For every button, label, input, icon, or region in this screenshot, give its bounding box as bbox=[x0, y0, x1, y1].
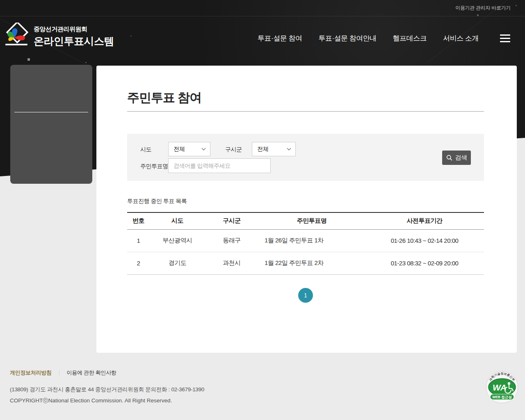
pagination-page-1[interactable]: 1 bbox=[298, 288, 313, 303]
nav-item-vote-survey-participate[interactable]: 투표·설문 참여 bbox=[258, 34, 302, 43]
cell-gusigun: 과천시 bbox=[205, 252, 258, 274]
cell-vote-name: 1월 22일 주민투표 2차 bbox=[258, 252, 365, 274]
main-nav: 투표·설문 참여 투표·설문 참여안내 헬프데스크 서비스 소개 bbox=[258, 16, 525, 60]
site-header: 중앙선거관리위원회 온라인투표시스템 투표·설문 참여 투표·설문 참여안내 헬… bbox=[0, 16, 525, 60]
search-button-label: 검색 bbox=[455, 154, 467, 162]
nec-logo-icon bbox=[3, 23, 31, 50]
cell-early-voting-period: 01-23 08:32 ~ 02-09 20:00 bbox=[365, 252, 484, 274]
footer-links-divider bbox=[59, 370, 59, 375]
col-header-sido: 시도 bbox=[150, 212, 205, 229]
cell-number: 2 bbox=[127, 252, 150, 274]
cell-sido: 부산광역시 bbox=[150, 229, 205, 252]
search-button[interactable]: 검색 bbox=[442, 151, 471, 165]
main-card: 주민투표 참여 시도 전체 구시군 전체 주민투표명 검색 투표진행 중인 투표… bbox=[96, 66, 517, 353]
chevron-down-icon bbox=[202, 146, 206, 151]
site-name: 온라인투표시스템 bbox=[34, 34, 114, 48]
cell-early-voting-period: 01-26 10:43 ~ 02-14 20:00 bbox=[365, 229, 484, 252]
cell-vote-name: 1월 26일 주민투표 1차 bbox=[258, 229, 365, 252]
col-header-number: 번호 bbox=[127, 212, 150, 229]
table-row: 2 경기도 과천시 1월 22일 주민투표 2차 01-23 08:32 ~ 0… bbox=[127, 252, 484, 274]
sido-select-value: 전체 bbox=[173, 146, 185, 153]
topbar: 이용기관 관리자 바로가기 bbox=[0, 0, 525, 16]
badge-wa-text: WA bbox=[493, 383, 507, 392]
cell-number: 1 bbox=[127, 229, 150, 252]
sido-select[interactable]: 전체 bbox=[168, 142, 210, 156]
badge-banner-text: WEB 접근성 bbox=[492, 395, 512, 399]
nav-item-service-intro[interactable]: 서비스 소개 bbox=[443, 34, 479, 43]
vote-name-search-input[interactable] bbox=[168, 158, 271, 173]
footer-address: (13809) 경기도 과천시 홍촌말로 44 중앙선거관리위원회 문의전화 :… bbox=[10, 386, 204, 393]
gusigun-select[interactable]: 전체 bbox=[252, 142, 296, 156]
sidebar-divider bbox=[14, 112, 88, 112]
search-panel: 시도 전체 구시군 전체 주민투표명 검색 bbox=[127, 134, 484, 181]
nav-item-vote-survey-guide[interactable]: 투표·설문 참여안내 bbox=[318, 34, 376, 43]
usage-confirmation-link[interactable]: 이용에 관한 확인사항 bbox=[67, 369, 116, 377]
hamburger-icon bbox=[500, 34, 510, 36]
privacy-policy-link[interactable]: 개인정보처리방침 bbox=[10, 369, 52, 377]
chevron-down-icon bbox=[287, 146, 291, 151]
page-title: 주민투표 참여 bbox=[127, 89, 201, 106]
logo[interactable]: 중앙선거관리위원회 온라인투표시스템 bbox=[3, 23, 114, 50]
col-header-vote-name: 주민투표명 bbox=[258, 212, 365, 229]
cell-gusigun: 동래구 bbox=[205, 229, 258, 252]
logo-text: 중앙선거관리위원회 온라인투표시스템 bbox=[34, 25, 114, 48]
sido-label: 시도 bbox=[140, 146, 151, 153]
title-divider bbox=[127, 111, 484, 112]
col-header-gusigun: 구시군 bbox=[205, 212, 258, 229]
col-header-early-voting-period: 사전투표기간 bbox=[365, 212, 484, 229]
table-header-row: 번호 시도 구시군 주민투표명 사전투표기간 bbox=[127, 212, 484, 229]
vote-name-label: 주민투표명 bbox=[140, 163, 168, 170]
cell-sido: 경기도 bbox=[150, 252, 205, 274]
web-accessibility-badge: 과학기술정보통신부 WA WEB 접근성 bbox=[483, 370, 521, 405]
sidebar-placeholder bbox=[10, 65, 92, 184]
gusigun-label: 구시군 bbox=[225, 146, 242, 153]
org-name: 중앙선거관리위원회 bbox=[34, 25, 114, 33]
list-title: 투표진행 중인 투표 목록 bbox=[127, 198, 187, 205]
gusigun-select-value: 전체 bbox=[257, 146, 269, 153]
footer-links: 개인정보처리방침 이용에 관한 확인사항 bbox=[10, 369, 116, 377]
search-icon bbox=[446, 155, 452, 161]
vote-list-table: 번호 시도 구시군 주민투표명 사전투표기간 1 부산광역시 동래구 1월 26… bbox=[127, 212, 484, 275]
menu-button[interactable] bbox=[498, 31, 512, 46]
hero-decoration-dot bbox=[85, 62, 87, 63]
nav-item-helpdesk[interactable]: 헬프데스크 bbox=[393, 34, 427, 43]
table-row: 1 부산광역시 동래구 1월 26일 주민투표 1차 01-26 10:43 ~… bbox=[127, 229, 484, 252]
admin-shortcut-link[interactable]: 이용기관 관리자 바로가기 bbox=[455, 5, 511, 11]
footer-copyright: COPYRIGHTⓒNational Election Commission. … bbox=[10, 397, 172, 404]
